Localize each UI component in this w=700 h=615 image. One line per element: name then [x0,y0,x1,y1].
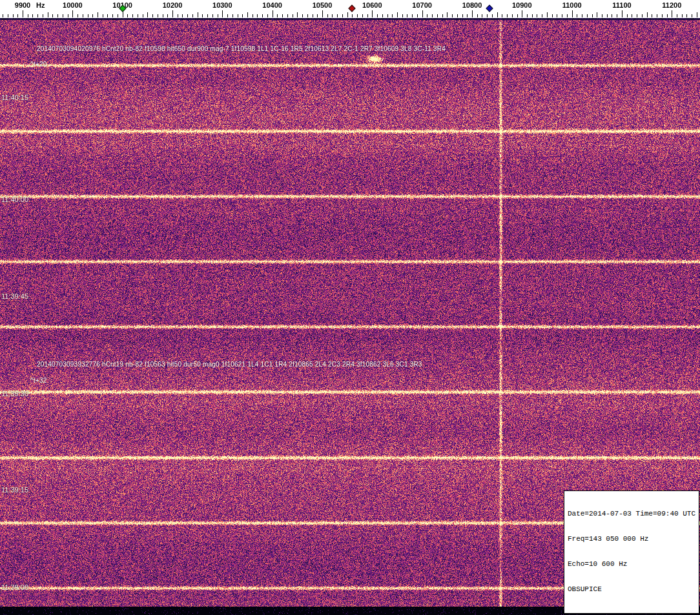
ruler-tick [667,14,668,17]
ruler-tick [3,14,3,17]
ruler-tick [238,14,238,17]
ruler-tick [482,14,482,17]
ruler-tick [13,14,14,17]
ruler-tick [632,14,632,17]
ruler-tick [28,14,28,17]
ruler-tick [178,14,178,17]
ruler-tick [8,14,8,17]
ruler-tick [377,14,378,17]
ruler-tick [537,14,537,17]
ruler-tick [547,12,548,17]
ruler-tick [32,14,33,17]
ruler-tick [158,14,158,17]
time-label: 11:39:45 [1,292,28,300]
ruler-tick [147,12,148,17]
ruler-tick [227,14,228,17]
ruler-tick [492,14,493,17]
detection-annotation: ^t+20 [30,61,46,68]
ruler-tick [172,10,173,17]
time-label: 11:40:00 [1,196,28,203]
ruler-tick [602,14,602,17]
time-label: 11:39:00 [1,583,28,591]
ruler-tick [627,14,628,17]
ruler-tick [72,10,73,17]
ruler-tick [187,14,188,17]
ruler-tick [427,14,427,17]
ruler-label: 9900 [15,1,30,9]
ruler-label: 10600 [362,1,382,9]
ruler-tick [397,12,398,17]
time-label: 11:40:15 [1,94,28,101]
ruler-tick [242,14,243,17]
ruler-label: 11000 [562,1,582,9]
blue-frequency-marker-diamond[interactable] [486,5,493,12]
info-line-station: OBSUPICE [568,585,695,594]
ruler-tick [392,14,393,17]
ruler-tick [542,14,542,17]
ruler-tick [48,12,48,17]
ruler-tick [112,14,113,17]
ruler-tick [143,14,143,17]
time-label: 11:39:30 [1,390,28,398]
ruler-tick [247,12,248,17]
ruler-tick [202,14,203,17]
ruler-tick [182,14,183,17]
ruler-tick [597,12,597,17]
ruler-tick [552,14,553,17]
ruler-tick [232,14,233,17]
ruler-tick [532,14,533,17]
ruler-tick [63,14,63,17]
ruler-label: 10700 [412,1,432,9]
ruler-tick [17,14,18,17]
ruler-tick [273,10,273,17]
ruler-tick [257,14,258,17]
ruler-tick [317,14,318,17]
ruler-unit-label: Hz [36,1,45,9]
ruler-tick [417,14,418,17]
ruler-tick [88,14,88,17]
ruler-tick [352,14,353,17]
ruler-tick [517,14,518,17]
ruler-tick [252,14,253,17]
ruler-tick [622,10,623,17]
ruler-tick [467,14,468,17]
ruler-tick [637,14,637,17]
ruler-tick [163,14,163,17]
ruler-tick [212,14,213,17]
ruler-tick [382,14,383,17]
ruler-tick [92,14,93,17]
ruler-tick [612,14,612,17]
ruler-tick [132,14,133,17]
ruler-tick [207,14,208,17]
spectrogram-area: 11:40:1511:40:0011:39:4511:39:3011:39:15… [0,18,700,615]
detection-annotation: 20140703093932776 hCnt19 nb-82 f10563 hi… [37,361,422,368]
ruler-tick [372,10,373,17]
ruler-tick [387,14,388,17]
ruler-tick [562,14,562,17]
ruler-tick [37,14,38,17]
ruler-tick [357,14,358,17]
ruler-tick [167,14,168,17]
ruler-tick [472,10,473,17]
info-line-echo: Echo=10 600 Hz [568,560,695,569]
ruler-tick [497,12,498,17]
ruler-tick [642,14,643,17]
ruler-label: 10800 [462,1,482,9]
ruler-tick [557,14,557,17]
ruler-tick [437,14,438,17]
ruler-tick [457,14,458,17]
ruler-label: 11200 [662,1,681,9]
ruler-tick [662,14,663,17]
ruler-tick [677,14,677,17]
info-line-date-time: Date=2014-07-03 Time=09:40 UTC [568,510,695,518]
ruler-tick [77,14,78,17]
red-frequency-marker-diamond[interactable] [349,5,356,12]
ruler-tick [23,10,23,17]
ruler-tick [522,10,522,17]
ruler-tick [267,14,268,17]
ruler-tick [103,14,103,17]
ruler-label: 10500 [313,1,333,9]
ruler-tick [502,14,502,17]
ruler-label: 10000 [63,1,83,9]
ruler-tick [657,14,657,17]
